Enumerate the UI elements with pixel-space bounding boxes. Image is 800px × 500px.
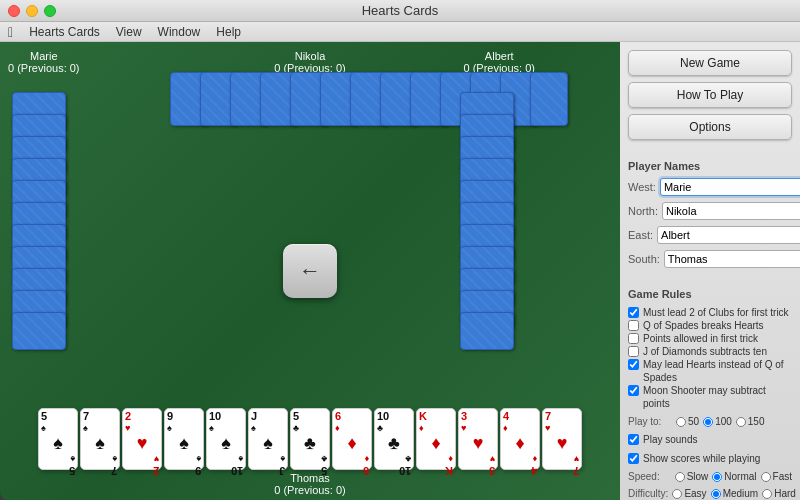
rule-row-5: May lead Hearts instead of Q of Spades <box>628 358 792 384</box>
menu-help[interactable]: Help <box>216 25 241 39</box>
difficulty-label: Difficulty: <box>628 488 668 499</box>
south-card-6[interactable]: J♠ ♠ J♠ <box>248 408 288 470</box>
rule-row-4: J of Diamonds subtracts ten <box>628 345 792 358</box>
difficulty-hard[interactable]: Hard <box>762 488 796 499</box>
south-player-row: South: <box>628 250 792 268</box>
south-card-13[interactable]: 7♥ ♥ 7♥ <box>542 408 582 470</box>
play-sounds-row: Play sounds <box>628 433 792 446</box>
east-card-11 <box>460 312 514 350</box>
west-direction-label: West: <box>628 181 656 193</box>
menu-window[interactable]: Window <box>158 25 201 39</box>
west-score: 0 (Previous: 0) <box>8 62 80 74</box>
rule-label-4: J of Diamonds subtracts ten <box>643 345 767 358</box>
south-score: 0 (Previous: 0) <box>274 484 346 496</box>
rule-checkbox-5[interactable] <box>628 359 639 370</box>
north-name: Nikola <box>274 50 346 62</box>
rule-row-6: Moon Shooter may subtract points <box>628 384 792 410</box>
east-hand <box>460 92 530 362</box>
west-player-row: West: <box>628 178 792 196</box>
player-names-section: Player Names <box>628 160 792 172</box>
play-to-150[interactable]: 150 <box>736 416 765 427</box>
north-player-label: Nikola 0 (Previous: 0) <box>274 50 346 74</box>
menu-hearts-cards[interactable]: Hearts Cards <box>29 25 100 39</box>
window-title: Hearts Cards <box>362 3 439 18</box>
south-name: Thomas <box>274 472 346 484</box>
east-name-input[interactable] <box>657 226 800 244</box>
rule-checkbox-6[interactable] <box>628 385 639 396</box>
difficulty-easy[interactable]: Easy <box>672 488 706 499</box>
titlebar: Hearts Cards <box>0 0 800 22</box>
south-card-4[interactable]: 9♠ ♠ 9♠ <box>164 408 204 470</box>
north-direction-label: North: <box>628 205 658 217</box>
rule-checkbox-1[interactable] <box>628 307 639 318</box>
speed-slow[interactable]: Slow <box>675 471 709 482</box>
south-card-5[interactable]: 10♠ ♠ 10♠ <box>206 408 246 470</box>
pass-button[interactable]: ← <box>283 244 337 298</box>
game-rules-section: Game Rules <box>628 288 792 300</box>
new-game-button[interactable]: New Game <box>628 50 792 76</box>
speed-fast[interactable]: Fast <box>761 471 792 482</box>
rule-label-1: Must lead 2 of Clubs for first trick <box>643 306 789 319</box>
south-card-10[interactable]: K♦ ♦ K♦ <box>416 408 456 470</box>
south-card-12[interactable]: 4♦ ♦ 4♦ <box>500 408 540 470</box>
rule-label-2: Q of Spades breaks Hearts <box>643 319 764 332</box>
maximize-button[interactable] <box>44 5 56 17</box>
south-card-11[interactable]: 3♥ ♥ 3♥ <box>458 408 498 470</box>
west-hand <box>12 92 82 362</box>
rule-checkbox-2[interactable] <box>628 320 639 331</box>
south-card-2[interactable]: 7♠ ♠ 7♠ <box>80 408 120 470</box>
speed-label: Speed: <box>628 471 671 482</box>
south-card-1[interactable]: 5♠ ♠ 5♠ <box>38 408 78 470</box>
rule-row-2: Q of Spades breaks Hearts <box>628 319 792 332</box>
south-direction-label: South: <box>628 253 660 265</box>
main-area: Marie 0 (Previous: 0) Nikola 0 (Previous… <box>0 42 800 500</box>
south-hand: 5♠ ♠ 5♠ 7♠ ♠ 7♠ 2♥ ♥ 2♥ 9♠ ♠ 9♠ 10♠ ♠ 10… <box>10 408 610 470</box>
rule-checkbox-3[interactable] <box>628 333 639 344</box>
rule-checkbox-4[interactable] <box>628 346 639 357</box>
menubar:  Hearts Cards View Window Help <box>0 22 800 42</box>
rule-label-3: Points allowed in first trick <box>643 332 758 345</box>
difficulty-row: Difficulty: Easy Medium Hard <box>628 488 792 499</box>
how-to-play-button[interactable]: How To Play <box>628 82 792 108</box>
show-scores-row: Show scores while playing <box>628 452 792 465</box>
game-rules-checkboxes: Must lead 2 of Clubs for first trickQ of… <box>628 306 792 410</box>
options-button[interactable]: Options <box>628 114 792 140</box>
play-to-100[interactable]: 100 <box>703 416 732 427</box>
rule-row-3: Points allowed in first trick <box>628 332 792 345</box>
play-sounds-checkbox[interactable] <box>628 434 639 445</box>
east-name: Albert <box>463 50 535 62</box>
south-player-label: Thomas 0 (Previous: 0) <box>274 472 346 496</box>
traffic-lights <box>8 5 56 17</box>
south-card-8[interactable]: 6♦ ♦ 6♦ <box>332 408 372 470</box>
sidebar: New Game How To Play Options Player Name… <box>620 42 800 500</box>
south-name-input[interactable] <box>664 250 800 268</box>
speed-normal[interactable]: Normal <box>712 471 756 482</box>
west-card-11 <box>12 312 66 350</box>
south-card-7[interactable]: 5♣ ♣ 5♣ <box>290 408 330 470</box>
play-to-row: Play to: 50 100 150 <box>628 416 792 427</box>
play-to-label: Play to: <box>628 416 672 427</box>
play-sounds-label: Play sounds <box>643 433 697 446</box>
play-to-50[interactable]: 50 <box>676 416 699 427</box>
west-name: Marie <box>8 50 80 62</box>
north-card-13 <box>530 72 568 126</box>
close-button[interactable] <box>8 5 20 17</box>
south-card-9[interactable]: 10♣ ♣ 10♣ <box>374 408 414 470</box>
rule-label-5: May lead Hearts instead of Q of Spades <box>643 358 792 384</box>
minimize-button[interactable] <box>26 5 38 17</box>
west-name-input[interactable] <box>660 178 800 196</box>
difficulty-medium[interactable]: Medium <box>711 488 759 499</box>
show-scores-label: Show scores while playing <box>643 452 760 465</box>
south-card-3[interactable]: 2♥ ♥ 2♥ <box>122 408 162 470</box>
rule-label-6: Moon Shooter may subtract points <box>643 384 792 410</box>
show-scores-checkbox[interactable] <box>628 453 639 464</box>
speed-row: Speed: Slow Normal Fast <box>628 471 792 482</box>
north-name-input[interactable] <box>662 202 800 220</box>
east-player-row: East: <box>628 226 792 244</box>
east-player-label: Albert 0 (Previous: 0) <box>463 50 535 74</box>
north-player-row: North: <box>628 202 792 220</box>
game-area: Marie 0 (Previous: 0) Nikola 0 (Previous… <box>0 42 620 500</box>
apple-menu[interactable]:  <box>8 24 13 40</box>
rule-row-1: Must lead 2 of Clubs for first trick <box>628 306 792 319</box>
menu-view[interactable]: View <box>116 25 142 39</box>
